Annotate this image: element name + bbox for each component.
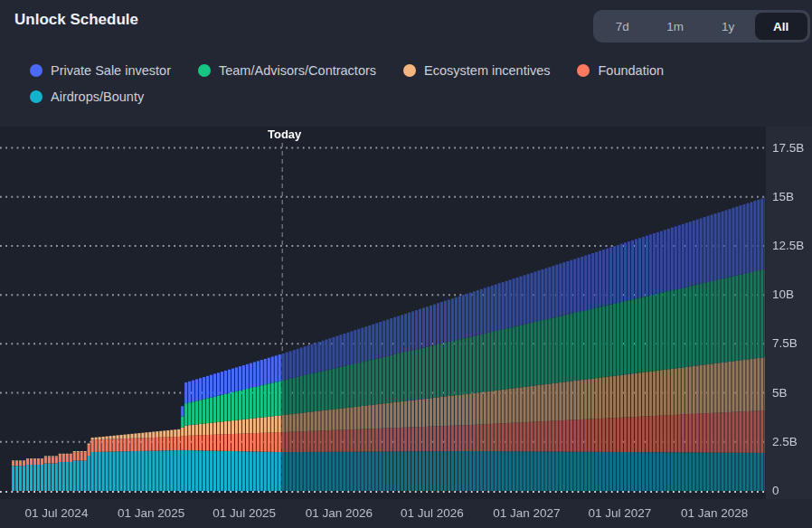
range-7d-button[interactable]: 7d: [596, 13, 649, 40]
y-tick-label: 0: [772, 484, 779, 497]
legend-item-label: Ecosystem incentives: [424, 63, 550, 78]
y-tick-label: 15B: [772, 190, 794, 203]
x-tick-label: 01 Jul 2024: [25, 506, 89, 520]
y-tick-label: 10B: [772, 288, 794, 301]
legend-dot-icon: [30, 64, 42, 77]
legend-dot-icon: [403, 64, 416, 77]
legend-item-foundation[interactable]: Foundation: [577, 60, 664, 80]
chart-area: Today 01 Jul 202401 Jan 202501 Jul 20250…: [0, 127, 812, 528]
legend-item-label: Airdrops/Bounty: [51, 90, 144, 104]
legend-item-label: Team/Advisors/Contractors: [219, 63, 376, 78]
y-tick-label: 2.5B: [772, 435, 798, 448]
y-tick-label: 12.5B: [772, 239, 804, 252]
y-tick-label: 17.5B: [772, 141, 804, 155]
legend-item-label: Foundation: [598, 63, 664, 78]
legend-item-team-advisors[interactable]: Team/Advisors/Contractors: [198, 60, 376, 80]
unlock-schedule-chart-canvas[interactable]: [0, 127, 812, 528]
y-tick-label: 7.5B: [772, 336, 798, 350]
legend-dot-icon: [577, 64, 590, 77]
x-tick-label: 01 Jan 2028: [681, 506, 748, 520]
legend-item-private-sale[interactable]: Private Sale investor: [30, 60, 171, 80]
unlock-schedule-widget: { "header": { "title": "Unlock Schedule"…: [0, 0, 812, 528]
range-all-button[interactable]: All: [755, 13, 808, 40]
x-tick-label: 01 Jul 2026: [401, 506, 464, 520]
x-tick-label: 01 Jan 2025: [118, 506, 184, 520]
chart-legend: Private Sale investor Team/Advisors/Cont…: [30, 60, 800, 107]
range-1y-button[interactable]: 1y: [702, 13, 755, 40]
legend-item-airdrops[interactable]: Airdrops/Bounty: [30, 86, 144, 107]
today-marker-label: Today: [268, 127, 301, 141]
y-tick-label: 5B: [772, 386, 788, 400]
x-tick-label: 01 Jan 2026: [306, 506, 373, 520]
legend-dot-icon: [198, 64, 211, 77]
x-tick-label: 01 Jul 2025: [212, 506, 276, 520]
legend-item-ecosystem[interactable]: Ecosystem incentives: [403, 60, 550, 80]
range-1m-button[interactable]: 1m: [649, 13, 703, 40]
x-tick-label: 01 Jan 2027: [493, 506, 560, 520]
legend-item-label: Private Sale investor: [51, 63, 171, 78]
x-tick-label: 01 Jul 2027: [589, 506, 652, 520]
time-range-selector: 7d 1m 1y All: [593, 10, 810, 42]
legend-dot-icon: [30, 90, 42, 103]
page-title: Unlock Schedule: [14, 11, 138, 29]
